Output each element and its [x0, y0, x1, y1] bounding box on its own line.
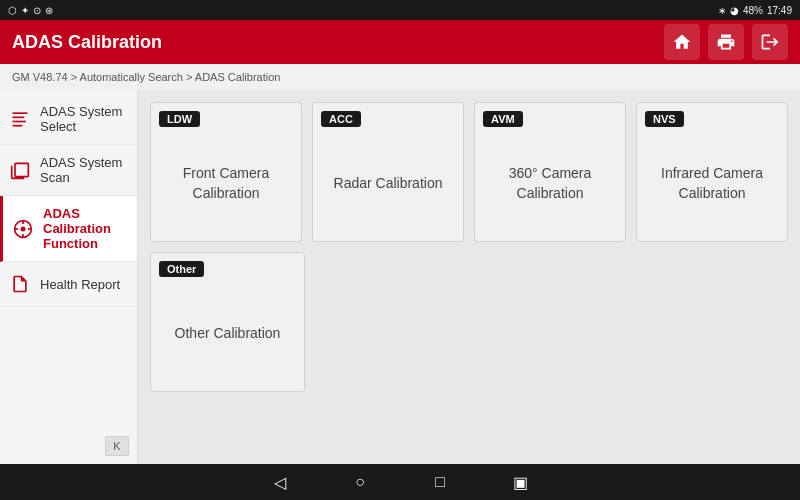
- card-avm[interactable]: AVM 360° Camera Calibration: [474, 102, 626, 242]
- sidebar-item-system-select[interactable]: ADAS System Select: [0, 94, 137, 145]
- label-nvs: Infrared Camera Calibration: [645, 164, 779, 203]
- system-scan-icon: [8, 158, 32, 182]
- status-icon-4: ⊛: [45, 5, 53, 16]
- recents-button[interactable]: □: [430, 472, 450, 492]
- home-nav-button[interactable]: ○: [350, 472, 370, 492]
- status-icon-1: ⬡: [8, 5, 17, 16]
- card-row-2: Other Other Calibration: [150, 252, 788, 392]
- collapse-label: K: [113, 440, 120, 452]
- sidebar-label-system-select: ADAS System Select: [40, 104, 129, 134]
- system-select-icon: [8, 107, 32, 131]
- sidebar-label-health-report: Health Report: [40, 277, 120, 292]
- svg-point-5: [21, 226, 26, 231]
- bluetooth-icon: ∗: [718, 5, 726, 16]
- back-button[interactable]: ◁: [270, 472, 290, 492]
- card-ldw[interactable]: LDW Front Camera Calibration: [150, 102, 302, 242]
- card-acc[interactable]: ACC Radar Calibration: [312, 102, 464, 242]
- home-button[interactable]: [664, 24, 700, 60]
- sidebar-collapse-button[interactable]: K: [105, 436, 129, 456]
- breadcrumb-text: GM V48.74 > Automatically Search > ADAS …: [12, 71, 280, 83]
- svg-rect-3: [13, 125, 23, 127]
- breadcrumb: GM V48.74 > Automatically Search > ADAS …: [0, 64, 800, 90]
- label-avm: 360° Camera Calibration: [483, 164, 617, 203]
- print-button[interactable]: [708, 24, 744, 60]
- sidebar-item-health-report[interactable]: Health Report: [0, 262, 137, 307]
- time-display: 17:49: [767, 5, 792, 16]
- exit-icon: [760, 32, 780, 52]
- top-bar-actions: [664, 24, 788, 60]
- label-acc: Radar Calibration: [334, 174, 443, 194]
- badge-avm: AVM: [483, 111, 523, 127]
- sidebar: ADAS System Select ADAS System Scan ADAS…: [0, 90, 138, 464]
- exit-button[interactable]: [752, 24, 788, 60]
- badge-other: Other: [159, 261, 204, 277]
- svg-rect-0: [13, 112, 28, 114]
- badge-ldw: LDW: [159, 111, 200, 127]
- badge-nvs: NVS: [645, 111, 684, 127]
- sidebar-item-system-scan[interactable]: ADAS System Scan: [0, 145, 137, 196]
- badge-acc: ACC: [321, 111, 361, 127]
- home-icon: [672, 32, 692, 52]
- app-title: ADAS Calibration: [12, 32, 162, 53]
- svg-rect-1: [13, 117, 25, 119]
- battery-level: 48%: [743, 5, 763, 16]
- sidebar-label-calibration: ADAS Calibration Function: [43, 206, 129, 251]
- calibration-icon: [11, 217, 35, 241]
- android-nav: ◁ ○ □ ▣: [0, 464, 800, 500]
- status-bar: ⬡ ✦ ⊙ ⊛ ∗ ◕ 48% 17:49: [0, 0, 800, 20]
- card-nvs[interactable]: NVS Infrared Camera Calibration: [636, 102, 788, 242]
- svg-rect-2: [13, 121, 26, 123]
- wifi-icon: ◕: [730, 5, 739, 16]
- content-area: LDW Front Camera Calibration ACC Radar C…: [138, 90, 800, 464]
- card-other[interactable]: Other Other Calibration: [150, 252, 305, 392]
- top-bar: ADAS Calibration: [0, 20, 800, 64]
- label-ldw: Front Camera Calibration: [159, 164, 293, 203]
- status-icon-2: ✦: [21, 5, 29, 16]
- print-icon: [716, 32, 736, 52]
- label-other: Other Calibration: [175, 324, 281, 344]
- status-icon-3: ⊙: [33, 5, 41, 16]
- main-layout: ADAS System Select ADAS System Scan ADAS…: [0, 90, 800, 464]
- card-row-1: LDW Front Camera Calibration ACC Radar C…: [150, 102, 788, 242]
- status-right: ∗ ◕ 48% 17:49: [718, 5, 792, 16]
- health-report-icon: [8, 272, 32, 296]
- sidebar-item-calibration[interactable]: ADAS Calibration Function: [0, 196, 137, 262]
- status-icons-left: ⬡ ✦ ⊙ ⊛: [8, 5, 53, 16]
- screenshot-button[interactable]: ▣: [510, 472, 530, 492]
- sidebar-label-system-scan: ADAS System Scan: [40, 155, 129, 185]
